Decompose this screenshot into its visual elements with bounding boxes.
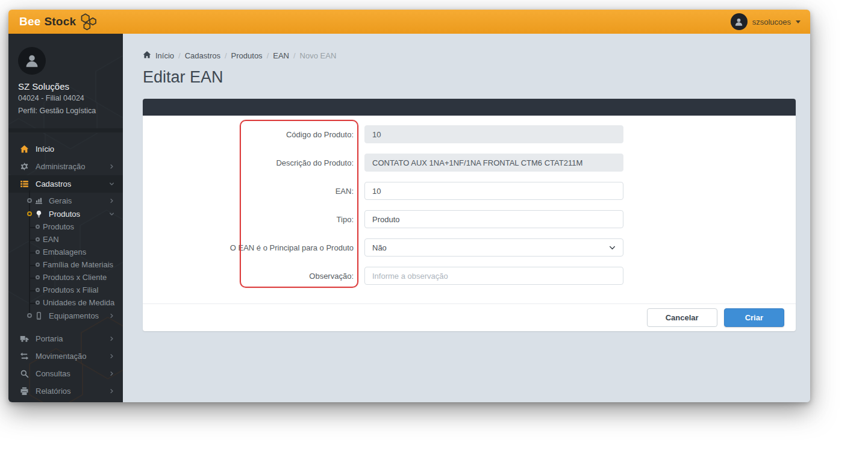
chevron-down-icon	[609, 244, 616, 251]
profile-block: SZ Soluções 04024 - Filial 04024 Perfil:…	[8, 34, 123, 123]
chevron-down-icon	[109, 211, 114, 217]
tree-bullet-icon	[36, 263, 40, 267]
sidebar-item-embalagens[interactable]: Embalagens	[8, 246, 123, 258]
caret-down-icon	[796, 20, 801, 23]
chevron-down-icon	[109, 181, 114, 187]
form-row-ean-principal: O EAN é o Principal para o Produto Não	[143, 238, 796, 257]
observacao-field[interactable]	[364, 267, 623, 285]
create-button[interactable]: Criar	[724, 308, 784, 327]
ean-principal-select[interactable]: Não	[364, 238, 623, 257]
brand-bee: Bee	[19, 15, 40, 28]
mobile-icon	[35, 312, 45, 320]
printer-icon	[19, 387, 30, 396]
chevron-right-icon	[109, 313, 114, 319]
sidebar-divider	[8, 128, 123, 133]
sidebar-item-portaria[interactable]: Portaria	[8, 330, 123, 347]
brand-stock: Stock	[44, 15, 76, 28]
ean-field[interactable]	[364, 182, 623, 200]
codigo-produto-field	[364, 125, 623, 143]
user-name: szsolucoes	[752, 17, 791, 26]
sidebar-item-produtos[interactable]: Produtos	[8, 220, 123, 233]
form-row-tipo: Tipo:	[143, 210, 796, 228]
ean-label: EAN:	[143, 187, 364, 196]
breadcrumb-separator: /	[225, 51, 227, 60]
brand-logo[interactable]: BeeStock	[19, 13, 98, 31]
sidebar-item-gerais[interactable]: Gerais	[8, 194, 123, 207]
search-icon	[19, 369, 30, 379]
top-bar: BeeStock szsolucoes	[8, 10, 810, 34]
breadcrumb-cadastros[interactable]: Cadastros	[185, 51, 220, 60]
profile-name: SZ Soluções	[18, 81, 114, 92]
exchange-arrows-icon	[19, 352, 30, 361]
descricao-produto-field	[364, 154, 623, 172]
ean-principal-label: O EAN é o Principal para o Produto	[143, 243, 364, 252]
card-header-bar	[143, 99, 796, 116]
chevron-right-icon	[109, 336, 114, 341]
sidebar-item-ean[interactable]: EAN	[8, 233, 123, 246]
cancel-button[interactable]: Cancelar	[647, 308, 717, 327]
breadcrumb-separator: /	[267, 51, 269, 60]
tree-bullet-icon	[36, 250, 40, 254]
user-avatar-icon	[731, 13, 748, 30]
tipo-field[interactable]	[364, 210, 623, 228]
gears-icon	[19, 162, 30, 172]
tree-bullet-icon	[36, 237, 40, 241]
breadcrumb-produtos[interactable]: Produtos	[231, 51, 263, 60]
sidebar-item-produtos-x-filial[interactable]: Produtos x Filial	[8, 284, 123, 296]
profile-branch: 04024 - Filial 04024	[18, 93, 114, 104]
form-row-codigo-produto: Código do Produto:	[143, 125, 796, 143]
tree-bullet-icon	[36, 275, 40, 279]
tree-bullet-icon	[36, 300, 40, 305]
sidebar-item-unidades-de-medida[interactable]: Unidades de Medida	[8, 296, 123, 309]
form-row-observacao: Observação:	[143, 267, 796, 285]
breadcrumb-inicio[interactable]: Início	[155, 51, 174, 60]
breadcrumb-novo-ean: Novo EAN	[300, 51, 337, 60]
chevron-right-icon	[109, 388, 114, 394]
lightbulb-icon	[35, 210, 45, 218]
codigo-produto-label: Código do Produto:	[143, 130, 364, 139]
observacao-label: Observação:	[143, 272, 364, 281]
sidebar-item-produtos-x-cliente[interactable]: Produtos x Cliente	[8, 271, 123, 284]
tree-bullet-icon	[36, 288, 40, 292]
sidebar-item-inicio[interactable]: Início	[8, 140, 123, 158]
tree-bullet-icon	[36, 225, 40, 229]
home-icon	[143, 51, 151, 61]
sidebar-item-administracao[interactable]: Administração	[8, 158, 123, 175]
red-annotation-rectangle	[240, 120, 358, 288]
sidebar-item-movimentacao[interactable]: Movimentação	[8, 347, 123, 365]
chevron-right-icon	[109, 164, 114, 169]
bar-chart-icon	[35, 197, 45, 205]
tree-bullet-icon	[27, 198, 32, 203]
tree-bullet-icon	[27, 313, 32, 318]
user-dropdown[interactable]: szsolucoes	[731, 13, 801, 30]
truck-icon	[19, 334, 30, 344]
profile-role: Perfil: Gestão Logística	[18, 106, 114, 117]
sidebar-item-dashboard[interactable]: Dashboard	[8, 400, 123, 402]
page-title: Editar EAN	[143, 68, 796, 87]
sidebar-item-consultas[interactable]: Consultas	[8, 365, 123, 382]
sidebar-item-familia-de-materiais[interactable]: Família de Materiais	[8, 258, 123, 271]
ean-principal-selected-value: Não	[372, 243, 387, 252]
form-row-descricao-produto: Descrição do Produto:	[143, 154, 796, 172]
home-icon	[19, 145, 30, 154]
cadastros-submenu: Gerais Produtos Produtos EAN Embalagens	[8, 193, 123, 325]
edit-ean-form: Código do Produto: Descrição do Produto:…	[143, 116, 796, 303]
sidebar-item-relatorios[interactable]: Relatórios	[8, 382, 123, 400]
breadcrumb-separator: /	[178, 51, 181, 60]
sidebar-item-cadastros[interactable]: Cadastros	[8, 175, 123, 193]
breadcrumb: Início / Cadastros / Produtos / EAN / No…	[143, 51, 796, 61]
chevron-right-icon	[109, 353, 114, 359]
breadcrumb-ean[interactable]: EAN	[273, 51, 289, 60]
sidebar-item-produtos-parent[interactable]: Produtos	[8, 207, 123, 220]
tree-bullet-icon	[27, 211, 32, 216]
breadcrumb-separator: /	[293, 51, 296, 60]
list-icon	[19, 179, 30, 189]
card-footer: Cancelar Criar	[143, 303, 796, 331]
sidebar-item-equipamentos[interactable]: Equipamentos	[8, 309, 123, 322]
sidebar: SZ Soluções 04024 - Filial 04024 Perfil:…	[8, 34, 123, 402]
honeycomb-hexagons-icon	[80, 13, 98, 31]
descricao-produto-label: Descrição do Produto:	[143, 158, 364, 167]
main-content: Início / Cadastros / Produtos / EAN / No…	[123, 34, 810, 402]
tipo-label: Tipo:	[143, 215, 364, 224]
edit-ean-card: Código do Produto: Descrição do Produto:…	[143, 99, 796, 331]
